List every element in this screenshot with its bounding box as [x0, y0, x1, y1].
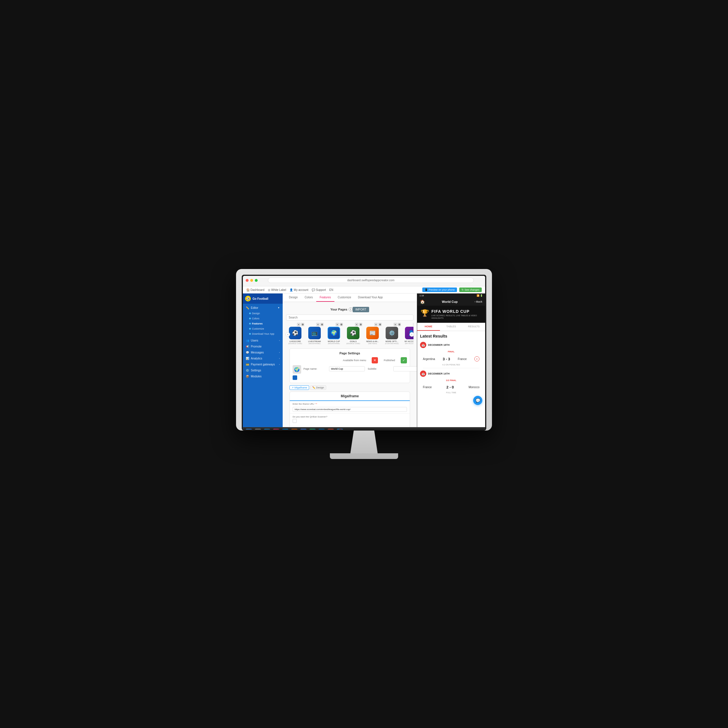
sidebar-item-modules[interactable]: 📦 Modules — [243, 373, 283, 379]
taskbar-maps-icon[interactable]: 📍 — [309, 429, 316, 430]
taskbar-launchpad-icon[interactable]: 🧭 — [254, 429, 262, 430]
tab-features[interactable]: Features — [316, 294, 334, 302]
taskbar-trash-icon[interactable]: 🗑️ — [348, 429, 356, 430]
chat-button[interactable]: 💬 — [473, 396, 482, 405]
page-delete-btn[interactable]: × — [374, 323, 378, 326]
nav-white-label[interactable]: ◎ White Label — [268, 288, 286, 292]
results-title: Latest Results — [420, 334, 482, 338]
sidebar-item-design[interactable]: Design — [243, 311, 283, 316]
sidebar-item-users[interactable]: 👥 Users › — [243, 338, 283, 344]
see-changes-button[interactable]: ↻ See changes — [459, 288, 482, 292]
nav-support[interactable]: 💬 Support — [312, 288, 326, 292]
sidebar-item-messages[interactable]: 💬 Messages › — [243, 350, 283, 355]
breadcrumb-migaiframe[interactable]: ↗ Migaiframe — [289, 385, 309, 390]
scroll-left-arrow[interactable]: ‹ — [286, 332, 290, 337]
sidebar-item-settings[interactable]: ⚙️ Settings — [243, 367, 283, 373]
published-toggle[interactable]: ✓ — [401, 357, 407, 363]
taskbar-music-icon[interactable]: 🎵 — [272, 429, 280, 430]
sidebar-item-features[interactable]: Features — [243, 321, 283, 326]
subtitle-input[interactable] — [393, 366, 417, 372]
page-icon-worldcup: 🌍 — [327, 327, 340, 339]
page-delete-btn[interactable]: × — [393, 323, 397, 326]
page-settings-btn[interactable]: ⚙ — [320, 323, 324, 326]
pages-header: Your Pages ℹ IMPORT — [286, 306, 413, 313]
expand-match-1[interactable]: + — [474, 356, 479, 361]
top-nav-bar: 🏠 Dashboard ◎ White Label 👤 My account 💬… — [243, 286, 485, 294]
taskbar-chrome-icon[interactable]: ◎ — [300, 429, 307, 430]
sidebar-item-colors[interactable]: Colors — [243, 316, 283, 321]
fifa-nav-home[interactable]: HOME — [417, 323, 440, 331]
taskbar-git-icon[interactable]: GIT — [327, 429, 335, 430]
sidebar-item-download[interactable]: Download Your App — [243, 331, 283, 336]
calendar-icon-1: 📅 — [420, 342, 426, 348]
preview-phone-button[interactable]: 📱 Preview on your phone — [422, 288, 457, 292]
qr-label: Do you want the Qr/Ean Scanner? — [293, 416, 407, 418]
taskbar-firefox-icon[interactable]: 🦊 — [291, 429, 298, 430]
fifa-nav-tables[interactable]: TABLES — [440, 323, 463, 331]
scroll-right-arrow[interactable]: › — [410, 332, 414, 337]
page-delete-btn[interactable]: × — [355, 323, 358, 326]
nav-dashboard[interactable]: 🏠 Dashboard — [246, 288, 265, 292]
messages-icon: 💬 — [246, 351, 249, 354]
color-picker[interactable] — [293, 375, 297, 380]
address-bar[interactable]: dashboard.swiftspeedappcreator.com — [268, 278, 474, 283]
tab-design[interactable]: Design — [286, 294, 301, 302]
tab-colors[interactable]: Colors — [301, 294, 316, 302]
page-item-livestream[interactable]: × ⚙ 📺 LIVESTREAM (MIGAIFRAME) — [306, 323, 324, 344]
available-row: Available from menu ✕ Published ✓ — [293, 357, 407, 363]
page-sublabel-worldcup: (MIGAIFRAME) — [325, 343, 343, 344]
match-date-2: 📅 DECEMBER 14TH — [420, 370, 482, 377]
sidebar-item-analytics[interactable]: 📊 Analytics › — [243, 355, 283, 361]
sidebar-item-promote[interactable]: 📢 Promote — [243, 344, 283, 350]
info-icon[interactable]: ℹ — [349, 307, 353, 311]
match-score-1: 3 - 3 — [443, 357, 450, 361]
page-name-input[interactable] — [329, 366, 365, 372]
editor-icon: ✏️ — [246, 306, 249, 309]
available-toggle[interactable]: ✕ — [372, 357, 378, 363]
page-item-news[interactable]: × ⚙ 📰 NEWS & AN... (385 FEES) — [363, 323, 382, 344]
page-delete-btn[interactable]: × — [316, 323, 320, 326]
home-icon[interactable]: 🏠 — [420, 300, 425, 304]
sidebar-item-customize[interactable]: Customize — [243, 326, 283, 331]
nav-language[interactable]: EN — [329, 288, 333, 292]
close-button[interactable] — [246, 279, 249, 282]
mail-badge: 99+ — [338, 429, 343, 430]
minimize-button[interactable] — [250, 279, 253, 282]
published-label: Published — [384, 359, 395, 362]
page-delete-btn[interactable]: × — [336, 323, 339, 326]
tab-customize[interactable]: Customize — [335, 294, 355, 302]
app-logo: ⚽ — [245, 296, 251, 301]
fifa-nav-results[interactable]: RESULTS — [462, 323, 485, 331]
qr-checkbox[interactable] — [293, 419, 297, 423]
sidebar-item-payment-gateways[interactable]: 💳 Payment gateways › — [243, 361, 283, 367]
back-button[interactable]: ‹ Back — [475, 300, 482, 303]
nav-my-account[interactable]: 👤 My account — [289, 288, 308, 292]
sidebar-item-editor[interactable]: ✏️ Editor ▼ — [243, 305, 283, 311]
taskbar-apps-icon[interactable]: ⋮⋮ — [263, 429, 271, 430]
page-item-worldcup[interactable]: × ⚙ 🌍 WORLD CUP (MIGAIFRAME) — [325, 323, 343, 344]
match-result-1: Argentina 3 - 3 France + — [420, 355, 482, 363]
taskbar-finder-icon[interactable]: 🔍 — [245, 429, 252, 430]
import-button[interactable]: IMPORT — [353, 307, 369, 312]
editor-tabs: Design Colors Features Customize Downloa… — [283, 294, 417, 302]
page-settings-btn[interactable]: ⚙ — [359, 323, 362, 326]
page-item-goals[interactable]: × ⚙ ⚽ GOALS (SOURCE CODE) — [344, 323, 362, 344]
page-label-more: MORE OPTI... — [383, 340, 401, 343]
pages-title: Your Pages — [330, 308, 347, 311]
maximize-button[interactable] — [255, 279, 258, 282]
taskbar-vscode-icon[interactable]: { } — [318, 429, 325, 430]
taskbar-mail-icon[interactable]: ✉️99+ — [336, 429, 344, 430]
page-item-more[interactable]: × ⚙ ⚙️ MORE OPTI... (CUSTOM PAGE) — [383, 323, 401, 344]
page-delete-btn[interactable]: × — [413, 323, 413, 326]
page-settings-btn[interactable]: ⚙ — [378, 323, 382, 326]
page-settings-btn[interactable]: ⚙ — [398, 323, 401, 326]
page-delete-btn[interactable]: × — [297, 323, 300, 326]
page-settings-btn[interactable]: ⚙ — [340, 323, 343, 326]
taskbar-edge-icon[interactable]: e — [281, 429, 289, 430]
tab-download[interactable]: Download Your App — [355, 294, 386, 302]
breadcrumb-design[interactable]: ✏️ Design — [310, 385, 326, 390]
iframe-url-input[interactable] — [293, 407, 407, 412]
page-settings-btn[interactable]: ⚙ — [301, 323, 304, 326]
breadcrumb-area: ↗ Migaiframe ✏️ Design — [289, 385, 410, 390]
pages-search-input[interactable] — [286, 315, 413, 321]
